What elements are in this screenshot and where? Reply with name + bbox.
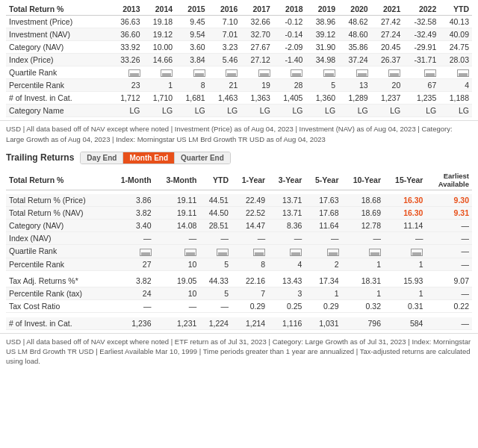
col-2022: 2022: [403, 3, 439, 16]
table-row: Category NameLGLGLGLGLGLGLGLGLGLGLG: [6, 105, 472, 117]
trailing-tab-group[interactable]: Day End Month End Quarter End: [80, 152, 230, 164]
cell: 1: [342, 258, 384, 270]
cell: 18.68: [342, 194, 384, 207]
cell: LG: [111, 105, 143, 117]
row-label: Category (NAV): [6, 41, 111, 54]
cell: [109, 245, 155, 258]
tab-quarter-end[interactable]: Quarter End: [175, 152, 230, 164]
tab-day-end[interactable]: Day End: [81, 152, 123, 164]
quartile-icon: [140, 249, 152, 256]
cell: —: [109, 232, 155, 245]
table-row: Percentile Rank2710584211—: [6, 258, 472, 270]
col-2016: 2016: [208, 3, 241, 16]
cell: 3.82: [109, 275, 155, 287]
cell: 1,289: [338, 92, 371, 105]
cell: 4: [268, 258, 305, 270]
cell: 34.98: [305, 54, 338, 66]
cell: 1,405: [273, 92, 306, 105]
row-label: Investment (Price): [6, 16, 111, 28]
cell: —: [199, 300, 232, 313]
cell: 19.11: [155, 207, 200, 220]
cell: [403, 66, 439, 79]
table-row: Total Return % (Price)3.8619.1144.5122.4…: [6, 194, 472, 207]
cell: 3: [268, 287, 305, 300]
cell: —: [155, 300, 200, 313]
cell: [439, 66, 472, 79]
cell: 23: [111, 79, 143, 92]
cell: —: [426, 317, 472, 330]
quartile-icon: [193, 69, 205, 77]
cell: 20: [371, 79, 404, 92]
cell: 22.49: [232, 194, 268, 207]
cell: 67: [403, 79, 439, 92]
cell: —: [426, 220, 472, 232]
cell: -29.91: [403, 41, 439, 54]
cell: LG: [240, 105, 273, 117]
cell: 0.29: [232, 300, 268, 313]
cell: 44.33: [199, 275, 232, 287]
cell: 13.43: [268, 275, 305, 287]
quartile-icon: [128, 69, 140, 77]
tcol-earliest: EarliestAvailable: [426, 170, 472, 190]
tcol-1y: 1-Year: [232, 170, 268, 190]
tcol-3y: 3-Year: [268, 170, 305, 190]
row-label: Index (Price): [6, 54, 111, 66]
table-row: Investment (NAV)36.6019.129.547.0132.70-…: [6, 28, 472, 41]
cell: —: [109, 300, 155, 313]
cell: —: [232, 232, 268, 245]
cell: 1,231: [155, 317, 200, 330]
tcol-5y: 5-Year: [305, 170, 341, 190]
cell: [111, 66, 143, 79]
cell: 9.54: [176, 28, 208, 41]
cell: 38.96: [305, 16, 338, 28]
cell: 27.67: [240, 41, 273, 54]
cell: —: [384, 232, 426, 245]
tab-month-end[interactable]: Month End: [123, 152, 175, 164]
quartile-icon: [226, 69, 238, 77]
quartile-icon: [291, 69, 302, 77]
quartile-icon: [290, 249, 302, 256]
cell: 24: [109, 287, 155, 300]
cell: 16.30: [384, 194, 426, 207]
cell: 35.86: [338, 41, 371, 54]
cell: LG: [371, 105, 404, 117]
cell: 5: [199, 258, 232, 270]
top-section: Total Return % 2013 2014 2015 2016 2017 …: [0, 0, 478, 120]
cell: 15.93: [384, 275, 426, 287]
cell: 32.70: [240, 28, 273, 41]
cell: 2: [305, 258, 341, 270]
cell: -1.40: [273, 54, 306, 66]
cell: 9.30: [426, 194, 472, 207]
cell: 19: [240, 79, 273, 92]
trailing-table-header: Total Return % 1-Month 3-Month YTD 1-Yea…: [6, 170, 472, 190]
cell: 0.22: [426, 300, 472, 313]
cell: 32.66: [240, 16, 273, 28]
cell: [240, 66, 273, 79]
cell: 0.29: [305, 300, 341, 313]
cell: 27.42: [371, 16, 404, 28]
cell: 22.52: [232, 207, 268, 220]
quartile-icon: [161, 69, 173, 77]
cell: 0.25: [268, 300, 305, 313]
cell: 48.60: [338, 28, 371, 41]
top-table-header: Total Return % 2013 2014 2015 2016 2017 …: [6, 3, 472, 16]
row-label: # of Invest. in Cat.: [6, 317, 109, 330]
row-label: Percentile Rank (tax): [6, 287, 109, 300]
cell: 9.45: [176, 16, 208, 28]
cell: LG: [273, 105, 306, 117]
cell: 3.86: [109, 194, 155, 207]
cell: 1: [342, 287, 384, 300]
cell: 7.10: [208, 16, 241, 28]
quartile-icon: [388, 69, 400, 77]
col-2018: 2018: [273, 3, 306, 16]
trailing-footnote: USD | All data based off of NAV except w…: [0, 333, 478, 370]
trailing-section: Total Return % 1-Month 3-Month YTD 1-Yea…: [0, 167, 478, 333]
cell: [143, 66, 176, 79]
cell: 27: [109, 258, 155, 270]
cell: [176, 66, 208, 79]
table-row: Tax Cost Ratio———0.290.250.290.320.310.2…: [6, 300, 472, 313]
cell: [305, 66, 338, 79]
cell: 3.23: [208, 41, 241, 54]
cell: 7.01: [208, 28, 241, 41]
cell: 13.71: [268, 207, 305, 220]
